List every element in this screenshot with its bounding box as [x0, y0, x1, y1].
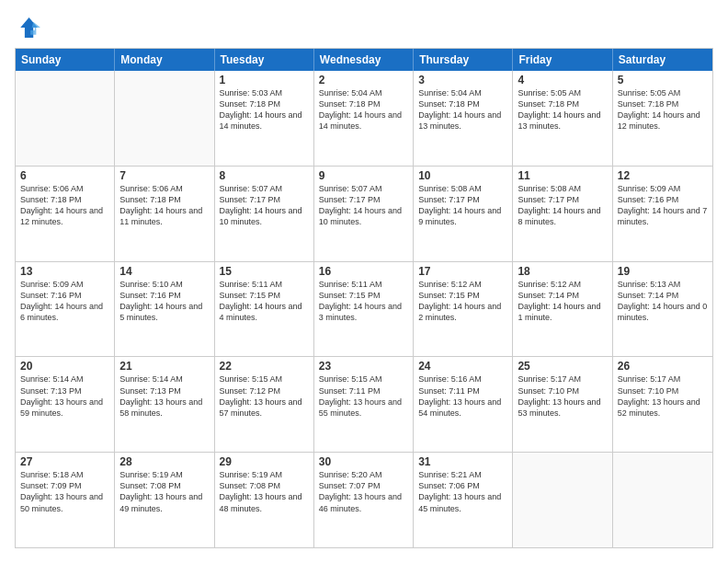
- cal-cell-18: 18Sunrise: 5:12 AMSunset: 7:14 PMDayligh…: [513, 262, 612, 357]
- calendar: SundayMondayTuesdayWednesdayThursdayFrid…: [15, 48, 713, 548]
- day-number: 7: [119, 169, 209, 182]
- cell-info: Sunrise: 5:06 AMSunset: 7:18 PMDaylight:…: [20, 183, 109, 228]
- cal-cell-4: 4Sunrise: 5:05 AMSunset: 7:18 PMDaylight…: [513, 71, 612, 166]
- day-number: 18: [518, 265, 607, 278]
- cal-cell-24: 24Sunrise: 5:16 AMSunset: 7:11 PMDayligh…: [414, 357, 513, 452]
- day-number: 29: [220, 455, 309, 468]
- day-number: 16: [319, 265, 408, 278]
- cell-info: Sunrise: 5:17 AMSunset: 7:10 PMDaylight:…: [518, 373, 607, 419]
- cal-cell-6: 6Sunrise: 5:06 AMSunset: 7:18 PMDaylight…: [16, 167, 115, 261]
- cell-info: Sunrise: 5:05 AMSunset: 7:18 PMDaylight:…: [518, 87, 607, 132]
- cell-info: Sunrise: 5:14 AMSunset: 7:13 PMDaylight:…: [20, 373, 109, 419]
- day-number: 12: [618, 169, 708, 182]
- col-header-sunday: Sunday: [16, 49, 115, 71]
- cell-info: Sunrise: 5:15 AMSunset: 7:11 PMDaylight:…: [319, 373, 408, 419]
- cal-cell-16: 16Sunrise: 5:11 AMSunset: 7:15 PMDayligh…: [314, 262, 414, 357]
- week-row-3: 20Sunrise: 5:14 AMSunset: 7:13 PMDayligh…: [16, 357, 712, 453]
- cell-info: Sunrise: 5:03 AMSunset: 7:18 PMDaylight:…: [220, 87, 309, 132]
- cal-cell-31: 31Sunrise: 5:21 AMSunset: 7:06 PMDayligh…: [414, 453, 513, 547]
- day-number: 28: [119, 455, 209, 468]
- cell-info: Sunrise: 5:12 AMSunset: 7:14 PMDaylight:…: [518, 279, 607, 324]
- day-number: 27: [20, 455, 109, 468]
- calendar-body: 1Sunrise: 5:03 AMSunset: 7:18 PMDaylight…: [16, 71, 712, 547]
- cell-info: Sunrise: 5:07 AMSunset: 7:17 PMDaylight:…: [220, 183, 309, 228]
- day-number: 14: [119, 265, 209, 278]
- week-row-4: 27Sunrise: 5:18 AMSunset: 7:09 PMDayligh…: [16, 453, 712, 547]
- cal-cell-1: 1Sunrise: 5:03 AMSunset: 7:18 PMDaylight…: [215, 71, 314, 166]
- cal-cell-28: 28Sunrise: 5:19 AMSunset: 7:08 PMDayligh…: [115, 453, 214, 547]
- day-number: 22: [220, 360, 309, 373]
- day-number: 17: [418, 265, 507, 278]
- week-row-2: 13Sunrise: 5:09 AMSunset: 7:16 PMDayligh…: [16, 262, 712, 358]
- day-number: 11: [518, 169, 607, 182]
- cal-cell-11: 11Sunrise: 5:08 AMSunset: 7:17 PMDayligh…: [513, 167, 612, 261]
- cal-cell-29: 29Sunrise: 5:19 AMSunset: 7:08 PMDayligh…: [215, 453, 314, 547]
- cell-info: Sunrise: 5:21 AMSunset: 7:06 PMDaylight:…: [418, 469, 507, 514]
- cal-cell-26: 26Sunrise: 5:17 AMSunset: 7:10 PMDayligh…: [613, 357, 712, 452]
- cal-cell-20: 20Sunrise: 5:14 AMSunset: 7:13 PMDayligh…: [16, 357, 115, 452]
- calendar-header-row: SundayMondayTuesdayWednesdayThursdayFrid…: [16, 49, 712, 71]
- col-header-monday: Monday: [115, 49, 214, 71]
- day-number: 26: [618, 360, 708, 373]
- day-number: 2: [319, 74, 408, 86]
- cal-cell-10: 10Sunrise: 5:08 AMSunset: 7:17 PMDayligh…: [414, 167, 513, 261]
- cal-cell-13: 13Sunrise: 5:09 AMSunset: 7:16 PMDayligh…: [16, 262, 115, 357]
- day-number: 3: [418, 74, 507, 86]
- day-number: 4: [518, 74, 607, 86]
- cell-info: Sunrise: 5:04 AMSunset: 7:18 PMDaylight:…: [418, 87, 507, 132]
- week-row-1: 6Sunrise: 5:06 AMSunset: 7:18 PMDaylight…: [16, 167, 712, 262]
- cal-cell-empty-0-1: [115, 71, 214, 166]
- cell-info: Sunrise: 5:09 AMSunset: 7:16 PMDaylight:…: [618, 183, 708, 228]
- cell-info: Sunrise: 5:11 AMSunset: 7:15 PMDaylight:…: [220, 279, 309, 324]
- cell-info: Sunrise: 5:12 AMSunset: 7:15 PMDaylight:…: [418, 279, 507, 324]
- cal-cell-empty-0-0: [16, 71, 115, 166]
- header: [15, 15, 713, 40]
- day-number: 10: [418, 169, 507, 182]
- cell-info: Sunrise: 5:17 AMSunset: 7:10 PMDaylight:…: [618, 373, 708, 419]
- cal-cell-12: 12Sunrise: 5:09 AMSunset: 7:16 PMDayligh…: [613, 167, 712, 261]
- cal-cell-3: 3Sunrise: 5:04 AMSunset: 7:18 PMDaylight…: [414, 71, 513, 166]
- logo-icon: [15, 15, 40, 40]
- day-number: 25: [518, 360, 607, 373]
- col-header-tuesday: Tuesday: [215, 49, 314, 71]
- cell-info: Sunrise: 5:14 AMSunset: 7:13 PMDaylight:…: [119, 373, 209, 419]
- day-number: 21: [119, 360, 209, 373]
- cal-cell-7: 7Sunrise: 5:06 AMSunset: 7:18 PMDaylight…: [115, 167, 214, 261]
- day-number: 19: [618, 265, 708, 278]
- logo: [15, 15, 44, 40]
- page: SundayMondayTuesdayWednesdayThursdayFrid…: [0, 0, 728, 563]
- cal-cell-empty-4-5: [513, 453, 612, 547]
- cell-info: Sunrise: 5:08 AMSunset: 7:17 PMDaylight:…: [518, 183, 607, 228]
- day-number: 31: [418, 455, 507, 468]
- cal-cell-21: 21Sunrise: 5:14 AMSunset: 7:13 PMDayligh…: [115, 357, 214, 452]
- cal-cell-27: 27Sunrise: 5:18 AMSunset: 7:09 PMDayligh…: [16, 453, 115, 547]
- day-number: 9: [319, 169, 408, 182]
- cell-info: Sunrise: 5:05 AMSunset: 7:18 PMDaylight:…: [618, 87, 708, 132]
- day-number: 20: [20, 360, 109, 373]
- day-number: 13: [20, 265, 109, 278]
- cell-info: Sunrise: 5:20 AMSunset: 7:07 PMDaylight:…: [319, 469, 408, 514]
- cal-cell-25: 25Sunrise: 5:17 AMSunset: 7:10 PMDayligh…: [513, 357, 612, 452]
- cal-cell-9: 9Sunrise: 5:07 AMSunset: 7:17 PMDaylight…: [314, 167, 414, 261]
- cal-cell-23: 23Sunrise: 5:15 AMSunset: 7:11 PMDayligh…: [314, 357, 414, 452]
- day-number: 30: [319, 455, 408, 468]
- day-number: 6: [20, 169, 109, 182]
- cell-info: Sunrise: 5:04 AMSunset: 7:18 PMDaylight:…: [319, 87, 408, 132]
- cal-cell-15: 15Sunrise: 5:11 AMSunset: 7:15 PMDayligh…: [215, 262, 314, 357]
- cal-cell-14: 14Sunrise: 5:10 AMSunset: 7:16 PMDayligh…: [115, 262, 214, 357]
- cal-cell-30: 30Sunrise: 5:20 AMSunset: 7:07 PMDayligh…: [314, 453, 414, 547]
- cell-info: Sunrise: 5:11 AMSunset: 7:15 PMDaylight:…: [319, 279, 408, 324]
- col-header-wednesday: Wednesday: [314, 49, 414, 71]
- day-number: 8: [220, 169, 309, 182]
- cell-info: Sunrise: 5:15 AMSunset: 7:12 PMDaylight:…: [220, 373, 309, 419]
- col-header-saturday: Saturday: [613, 49, 712, 71]
- cell-info: Sunrise: 5:07 AMSunset: 7:17 PMDaylight:…: [319, 183, 408, 228]
- cal-cell-empty-4-6: [613, 453, 712, 547]
- cal-cell-5: 5Sunrise: 5:05 AMSunset: 7:18 PMDaylight…: [613, 71, 712, 166]
- day-number: 23: [319, 360, 408, 373]
- cell-info: Sunrise: 5:19 AMSunset: 7:08 PMDaylight:…: [119, 469, 209, 514]
- week-row-0: 1Sunrise: 5:03 AMSunset: 7:18 PMDaylight…: [16, 71, 712, 167]
- day-number: 1: [220, 74, 309, 86]
- cal-cell-8: 8Sunrise: 5:07 AMSunset: 7:17 PMDaylight…: [215, 167, 314, 261]
- cal-cell-19: 19Sunrise: 5:13 AMSunset: 7:14 PMDayligh…: [613, 262, 712, 357]
